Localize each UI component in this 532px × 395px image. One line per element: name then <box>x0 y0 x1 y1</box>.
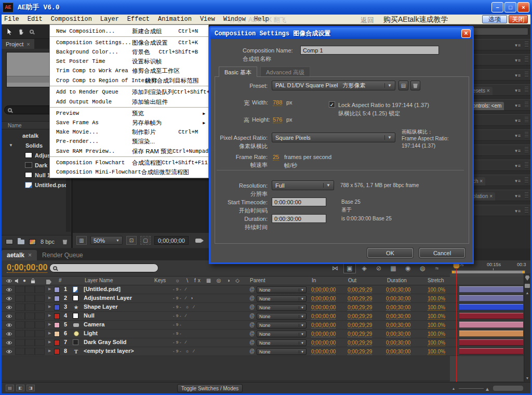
parent-column-header[interactable]: Parent <box>250 278 265 283</box>
panel-grip[interactable] <box>525 87 528 93</box>
expand-layers-icon[interactable]: ▤ <box>6 385 14 391</box>
zoom-out-mountain-icon[interactable]: ▴ <box>453 386 455 391</box>
in-value[interactable]: 0;00;00;00 <box>311 296 336 302</box>
pick-whip-icon[interactable]: @ <box>249 339 255 345</box>
zoom-slider[interactable] <box>459 388 484 389</box>
parent-dropdown[interactable]: None▼ <box>257 304 307 311</box>
cancel-button[interactable]: Cancel <box>419 248 465 258</box>
stretch-value[interactable]: 100.0% <box>428 296 445 302</box>
av-cell[interactable] <box>25 295 35 302</box>
selection-tool-icon[interactable] <box>7 28 12 35</box>
toggle-switches-modes-button[interactable]: Toggle Switches / Modes <box>177 384 243 392</box>
layer-label-swatch[interactable] <box>54 296 60 301</box>
layer-switches[interactable]: -9- ☼ ∕ <box>173 349 242 353</box>
in-value[interactable]: 0;00;00;00 <box>311 313 336 320</box>
layer-duration-bar[interactable] <box>459 322 523 328</box>
stretch-value[interactable]: 100.0% <box>428 331 445 337</box>
av-cell[interactable] <box>35 348 45 355</box>
viewer-timecode[interactable]: 0;00;00;00 <box>154 236 189 245</box>
timeline-vertical-scrollbar[interactable]: ▲ ▼ <box>524 273 530 381</box>
stretch-value[interactable]: 100.0% <box>428 313 445 320</box>
channel-icon[interactable]: ▥ <box>76 236 87 245</box>
table-row[interactable]: ▶ 2 Adjustment Layer -9- ∕ ◑ @ None▼ 0;0… <box>2 294 530 303</box>
av-cell[interactable] <box>15 339 25 346</box>
in-column-header[interactable]: In <box>312 278 316 283</box>
panel-grip[interactable] <box>525 207 528 214</box>
out-value[interactable]: 0;00;29;29 <box>348 340 372 346</box>
expand-in-out-icon[interactable]: ◧ <box>16 385 24 391</box>
duration-value[interactable]: 0;00;30;00 <box>386 340 410 346</box>
safe-margins-icon[interactable]: ⊡ <box>126 236 137 245</box>
layer-switches[interactable]: -9- ☼ ∕ <box>173 305 242 309</box>
parent-dropdown[interactable]: None▼ <box>257 295 307 302</box>
brainstorm-icon[interactable]: ◍ <box>416 262 429 273</box>
eye-icon[interactable] <box>6 279 12 283</box>
menu-item[interactable]: New Composition... 新建合成组 Ctrl+N <box>50 26 208 37</box>
panel-grip[interactable] <box>525 177 528 183</box>
menubar-item[interactable]: Effect <box>123 15 154 24</box>
duration-value[interactable]: 0;00;30;00 <box>386 322 410 328</box>
pick-whip-icon[interactable]: @ <box>249 286 255 292</box>
expand-arrow-icon[interactable]: ▶ <box>48 349 51 353</box>
av-cell[interactable] <box>35 339 45 346</box>
panel-tab-label[interactable]: ontrols: <em <box>470 102 504 110</box>
layer-switches[interactable]: -9- ∕ <box>173 287 242 292</box>
audio-icon[interactable] <box>15 279 20 283</box>
expand-arrow-icon[interactable]: ▶ <box>48 322 51 326</box>
tab-basic[interactable]: Basic 基本 <box>219 67 257 77</box>
panel-menu-icon[interactable]: ▾≡ <box>515 193 521 199</box>
av-cell[interactable] <box>15 304 25 311</box>
in-value[interactable]: 0;00;00;00 <box>311 322 336 328</box>
layer-duration-bar[interactable] <box>459 286 523 293</box>
pick-whip-icon[interactable]: @ <box>249 322 255 327</box>
panel-header[interactable]: ▾≡ <box>469 129 530 141</box>
menu-item[interactable]: Crop Comp to Region of Interest 裁剪合成到目标范… <box>50 75 208 86</box>
switches-column-header[interactable]: ☼ ∖ fx ▦ ◎ ◑ ◇ <box>175 278 242 283</box>
resolution-dropdown[interactable]: Full▼ <box>272 180 334 190</box>
in-value[interactable]: 0;00;00;00 <box>311 340 336 346</box>
panel-grip[interactable] <box>525 132 528 138</box>
layer-label-swatch[interactable] <box>54 331 60 337</box>
live-update-icon[interactable]: ▣ <box>343 262 356 273</box>
av-cell[interactable] <box>35 321 45 328</box>
table-row[interactable]: ▶ 5 Camera -9- @ None▼ 0;00;00;00 0;00;2… <box>2 321 530 330</box>
preset-dropdown[interactable]: PAL D1/DV Square Pixel 方形像素▼ <box>272 81 395 90</box>
menu-item[interactable]: Trim Comp to Work Area 修剪合成至工作区 <box>50 66 208 75</box>
layer-name[interactable]: Dark Gray Solid <box>84 339 127 345</box>
panel-menu-icon[interactable]: ▾≡ <box>515 178 521 183</box>
panel-header[interactable]: ▾≡ <box>469 54 530 65</box>
panel-menu-icon[interactable]: ▾≡ <box>515 88 521 93</box>
back-link[interactable]: 返回 <box>361 16 374 25</box>
bit-depth-label[interactable]: 8 bpc <box>41 239 55 245</box>
new-composition-icon[interactable] <box>29 239 36 245</box>
index-column-header[interactable]: # <box>59 278 62 283</box>
layer-switches[interactable]: -9- ∕ <box>173 313 242 318</box>
stretch-value[interactable]: 100.0% <box>428 322 445 328</box>
eye-icon[interactable] <box>6 340 12 345</box>
av-cell[interactable] <box>25 339 35 346</box>
av-cell[interactable] <box>35 304 45 311</box>
scroll-up-icon[interactable]: ▲ <box>526 291 529 295</box>
layer-duration-bar[interactable] <box>459 304 523 310</box>
panel-menu-icon[interactable]: ▾≡ <box>515 163 521 168</box>
parent-dropdown[interactable]: None▼ <box>257 348 307 355</box>
out-value[interactable]: 0;00;29;29 <box>348 313 372 320</box>
eye-icon[interactable] <box>6 296 12 301</box>
menu-item[interactable]: Make Movie... 制作影片 Ctrl+M <box>50 127 208 137</box>
photo-icon[interactable] <box>525 284 530 288</box>
layer-name[interactable]: Camera <box>84 321 104 327</box>
snapshot-camera-icon[interactable] <box>195 239 202 243</box>
panel-header[interactable]: esets × ▾≡ <box>469 84 530 96</box>
menu-item[interactable]: Save Frame As 另存单帧为 ▶ <box>50 118 208 127</box>
duration-value[interactable]: 0;00;30;00 <box>386 287 410 293</box>
layer-switches[interactable]: -9- <box>173 331 242 336</box>
panel-menu-icon[interactable]: ▾≡ <box>515 43 521 48</box>
magnification-dropdown[interactable]: 50%▼ <box>90 236 123 245</box>
layer-switches[interactable]: -9- ∕ <box>173 340 242 345</box>
mini-flowchart-icon[interactable]: ⋈ <box>329 262 341 273</box>
out-value[interactable]: 0;00;29;29 <box>348 305 372 311</box>
stretch-value[interactable]: 100.0% <box>428 340 445 346</box>
eye-icon[interactable] <box>6 305 12 310</box>
panel-menu-icon[interactable]: ▾≡ <box>515 58 521 63</box>
layer-name[interactable]: Null <box>84 312 95 319</box>
